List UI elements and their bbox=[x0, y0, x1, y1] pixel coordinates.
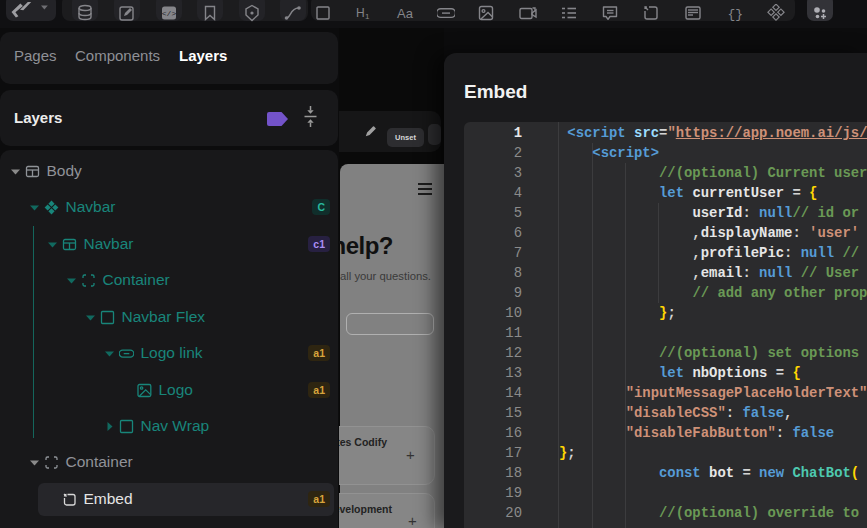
svg-text:1: 1 bbox=[365, 12, 370, 21]
svg-text:H: H bbox=[356, 6, 365, 20]
svg-text:{}: {} bbox=[727, 7, 743, 22]
svg-text:</>: </> bbox=[161, 9, 176, 18]
svg-text:Aa: Aa bbox=[397, 6, 414, 21]
